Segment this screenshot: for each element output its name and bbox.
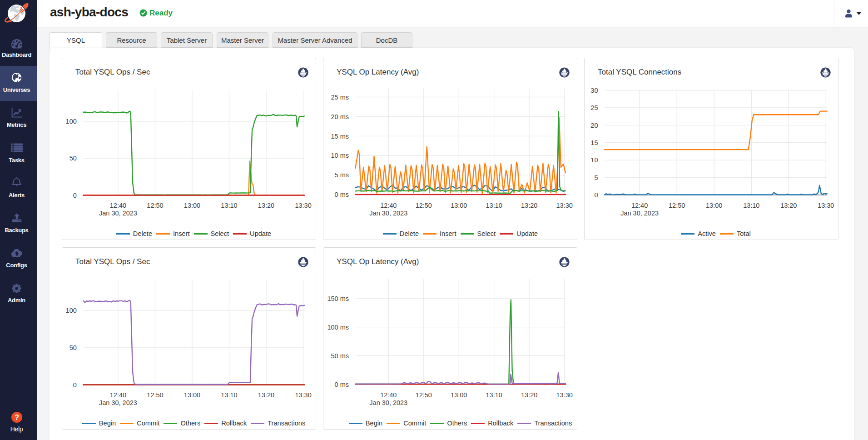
- svg-text:100: 100: [66, 307, 77, 314]
- svg-text:13:30: 13:30: [295, 202, 311, 209]
- svg-text:50: 50: [69, 155, 77, 162]
- svg-text:Jan 30, 2023: Jan 30, 2023: [369, 210, 407, 217]
- svg-text:13:20: 13:20: [258, 202, 274, 209]
- svg-text:13:00: 13:00: [451, 202, 467, 209]
- svg-text:12:40: 12:40: [631, 202, 648, 209]
- svg-text:30: 30: [590, 87, 598, 94]
- svg-text:100: 100: [66, 118, 77, 125]
- svg-text:20 ms: 20 ms: [331, 113, 349, 120]
- svg-text:50 ms: 50 ms: [331, 352, 349, 360]
- svg-text:13:30: 13:30: [295, 391, 311, 399]
- svg-text:12:40: 12:40: [380, 202, 397, 209]
- svg-text:10: 10: [590, 156, 598, 164]
- svg-text:0 ms: 0 ms: [335, 381, 349, 388]
- svg-text:12:40: 12:40: [380, 391, 397, 399]
- svg-text:13:20: 13:20: [258, 391, 274, 399]
- svg-text:13:00: 13:00: [706, 202, 722, 209]
- svg-text:13:30: 13:30: [556, 391, 573, 399]
- svg-text:0: 0: [73, 381, 77, 389]
- svg-text:25: 25: [590, 104, 598, 111]
- svg-text:?: ?: [14, 413, 19, 421]
- svg-text:5 ms: 5 ms: [335, 171, 349, 179]
- svg-text:13:10: 13:10: [486, 202, 502, 209]
- svg-text:15: 15: [590, 139, 598, 146]
- svg-text:12:40: 12:40: [110, 202, 126, 209]
- svg-text:Jan 30, 2023: Jan 30, 2023: [99, 399, 137, 406]
- svg-text:Jan 30, 2023: Jan 30, 2023: [369, 399, 407, 406]
- svg-text:20: 20: [590, 122, 598, 129]
- svg-text:12:50: 12:50: [416, 202, 432, 209]
- svg-text:13:10: 13:10: [743, 202, 759, 209]
- svg-text:13:20: 13:20: [521, 391, 537, 399]
- svg-text:5: 5: [594, 174, 598, 181]
- svg-text:13:00: 13:00: [184, 391, 200, 399]
- svg-text:50: 50: [69, 344, 77, 351]
- svg-text:13:30: 13:30: [818, 202, 834, 209]
- svg-text:13:20: 13:20: [780, 202, 797, 209]
- svg-text:13:20: 13:20: [521, 202, 537, 209]
- svg-text:12:50: 12:50: [416, 391, 432, 399]
- svg-text:13:00: 13:00: [451, 391, 467, 399]
- svg-text:Jan 30, 2023: Jan 30, 2023: [99, 210, 137, 217]
- svg-text:Jan 30, 2023: Jan 30, 2023: [620, 210, 659, 217]
- svg-text:100 ms: 100 ms: [327, 324, 349, 331]
- svg-text:0 ms: 0 ms: [335, 191, 349, 198]
- svg-text:0: 0: [594, 191, 598, 199]
- svg-text:13:10: 13:10: [221, 391, 237, 399]
- svg-text:0: 0: [73, 192, 77, 199]
- svg-text:13:10: 13:10: [486, 391, 502, 399]
- svg-text:10 ms: 10 ms: [331, 152, 349, 159]
- svg-text:150 ms: 150 ms: [327, 295, 349, 302]
- svg-text:25 ms: 25 ms: [331, 94, 349, 101]
- svg-text:12:50: 12:50: [669, 202, 685, 209]
- svg-text:13:30: 13:30: [556, 202, 573, 209]
- svg-text:13:00: 13:00: [184, 202, 200, 209]
- svg-text:13:10: 13:10: [221, 202, 237, 209]
- svg-text:12:50: 12:50: [147, 202, 163, 209]
- svg-text:12:40: 12:40: [110, 391, 126, 399]
- svg-text:12:50: 12:50: [147, 391, 163, 399]
- svg-text:15 ms: 15 ms: [331, 133, 349, 140]
